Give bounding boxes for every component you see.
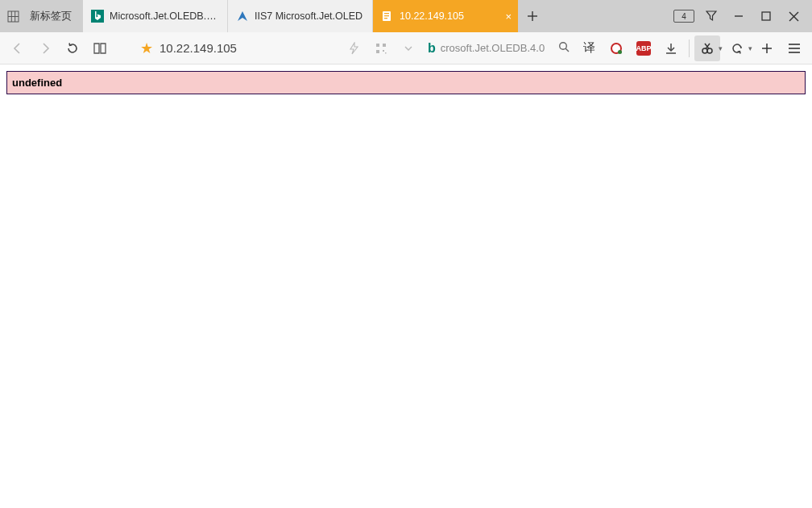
svg-point-26 (702, 48, 707, 53)
svg-line-23 (566, 48, 569, 52)
tab-label: IIS7 Microsoft.Jet.OLED (255, 10, 364, 22)
filter-icon[interactable] (698, 0, 725, 32)
tab-active-ip[interactable]: 10.22.149.105 × (373, 0, 518, 32)
toolbar-separator (689, 40, 690, 57)
svg-rect-7 (384, 13, 389, 14)
forward-button[interactable] (32, 35, 58, 61)
svg-marker-5 (238, 11, 247, 21)
note-icon (381, 10, 394, 23)
back-button[interactable] (5, 35, 31, 61)
url-field[interactable]: 10.22.149.105 (160, 41, 337, 55)
svg-rect-4 (91, 10, 104, 23)
window-controls: 4 (670, 0, 812, 32)
extension-dot-icon (611, 43, 622, 54)
download-button[interactable] (658, 35, 684, 61)
undo-dropdown-icon[interactable]: ▾ (748, 44, 752, 52)
reader-mode-button[interactable] (87, 35, 113, 61)
svg-point-22 (560, 43, 567, 50)
session-count-badge[interactable]: 4 (673, 10, 694, 23)
tab-iis7[interactable]: IIS7 Microsoft.Jet.OLED (228, 0, 373, 32)
qr-icon[interactable] (368, 35, 394, 61)
svg-rect-18 (383, 44, 386, 47)
bing-icon (91, 10, 104, 23)
svg-marker-16 (350, 43, 358, 54)
svg-line-29 (705, 44, 709, 48)
svg-line-14 (789, 12, 798, 21)
bing-b-icon: b (428, 41, 436, 56)
favorite-star-icon[interactable]: ★ (140, 40, 153, 57)
close-icon[interactable]: × (505, 10, 512, 23)
screenshot-dropdown-icon[interactable]: ▾ (719, 44, 723, 52)
url-text: 10.22.149.105 (160, 41, 237, 55)
grid-icon (6, 10, 19, 23)
svg-rect-17 (376, 44, 379, 47)
svg-rect-0 (8, 11, 19, 22)
svg-point-27 (707, 48, 712, 53)
menu-button[interactable] (781, 35, 807, 61)
extension-button[interactable] (603, 35, 629, 61)
search-icon[interactable] (558, 41, 570, 55)
minimize-button[interactable] (725, 0, 752, 32)
tab-bar: 新标签页 Microsoft.Jet.OLEDB.4.0 IIS7 Micros… (0, 0, 812, 32)
undo-button[interactable] (724, 35, 750, 61)
svg-rect-6 (383, 11, 391, 21)
iis-icon (236, 10, 249, 23)
search-field[interactable]: b crosoft.Jet.OLEDB.4.0 (423, 37, 574, 60)
home-tab-label: 新标签页 (30, 9, 72, 23)
svg-rect-13 (762, 12, 770, 20)
new-tab-button[interactable] (518, 0, 547, 32)
maximize-button[interactable] (752, 0, 780, 32)
svg-rect-19 (376, 50, 379, 53)
home-tab[interactable]: 新标签页 (0, 0, 83, 32)
chevron-down-icon[interactable] (396, 35, 421, 61)
svg-rect-20 (383, 50, 384, 52)
abp-icon: ABP (636, 41, 651, 56)
flash-icon[interactable] (341, 35, 367, 61)
svg-line-28 (706, 44, 710, 48)
screenshot-button[interactable] (694, 35, 720, 61)
error-message-box: undefined (6, 71, 806, 94)
add-button[interactable] (754, 35, 780, 61)
close-window-button[interactable] (780, 0, 807, 32)
translate-button[interactable]: 译 (576, 35, 602, 61)
page-content: undefined (0, 65, 812, 101)
svg-rect-9 (384, 18, 387, 19)
reload-button[interactable] (60, 35, 85, 61)
svg-line-15 (789, 12, 798, 21)
adblock-button[interactable]: ABP (631, 35, 657, 61)
svg-rect-8 (384, 15, 389, 16)
error-text: undefined (12, 77, 62, 89)
tab-microsoft-jet[interactable]: Microsoft.Jet.OLEDB.4.0 (83, 0, 228, 32)
svg-rect-21 (385, 52, 387, 54)
tab-label: Microsoft.Jet.OLEDB.4.0 (110, 10, 219, 22)
toolbar: ★ 10.22.149.105 b crosoft.Jet.OLEDB.4.0 … (0, 32, 812, 65)
tab-label: 10.22.149.105 (400, 10, 510, 22)
search-placeholder: crosoft.Jet.OLEDB.4.0 (441, 42, 545, 54)
